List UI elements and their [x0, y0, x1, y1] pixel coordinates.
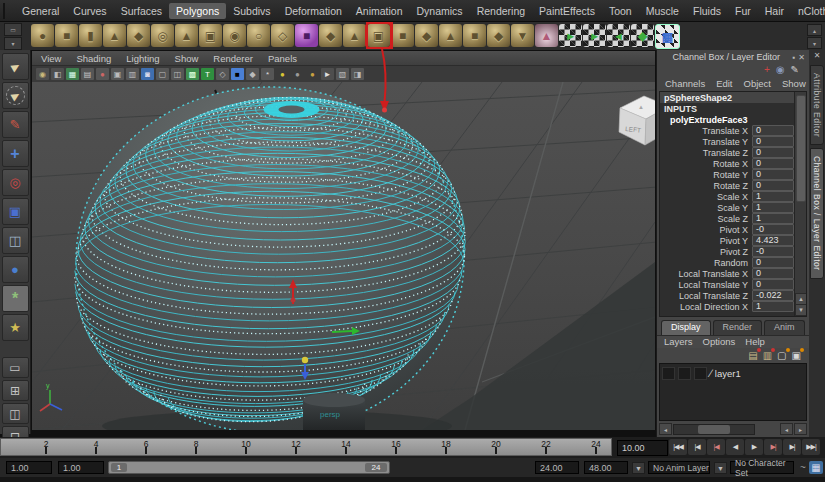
pin-icon[interactable]: ▪	[792, 53, 795, 62]
range-slider[interactable]: 1 24	[108, 461, 390, 474]
extrude-icon[interactable]: ▣	[367, 24, 390, 47]
smooth-icon[interactable]: ■	[391, 24, 414, 47]
menu-item-fluids[interactable]: Fluids	[686, 3, 728, 19]
uv-checker-2-icon[interactable]: ▸	[583, 24, 606, 47]
default-light-icon[interactable]: ●	[276, 68, 289, 80]
menu-item-muscle[interactable]: Muscle	[639, 3, 686, 19]
play-forwards-button[interactable]: ▶	[745, 439, 763, 455]
scale-tool[interactable]: ▣	[2, 198, 29, 225]
channel-value-field[interactable]: -0.022	[752, 290, 794, 301]
layer-playback-toggle[interactable]	[678, 367, 691, 380]
channel-value-field[interactable]: 1	[752, 301, 794, 312]
channel-object-name[interactable]: pSphereShape2	[660, 92, 794, 103]
channel-box-menu-edit[interactable]: Edit	[716, 78, 732, 89]
outliner-pane-layout-button[interactable]: ◫	[2, 403, 29, 424]
universal-manipulator-tool[interactable]: ◫	[2, 227, 29, 254]
uv-snapshot-icon[interactable]: ▦	[655, 24, 680, 49]
paint-effects-icon[interactable]: ▲	[535, 24, 558, 47]
channel-value-field[interactable]: 1	[752, 213, 794, 224]
character-set-field[interactable]: No Character Set	[730, 461, 794, 474]
channel-value-field[interactable]: -0	[752, 246, 794, 257]
layer-display-type-toggle[interactable]	[694, 367, 707, 380]
layer-list-scrollbar[interactable]: ◂ ◂ ▸	[659, 423, 807, 435]
cut-faces-icon[interactable]: ▼	[511, 24, 534, 47]
channel-value-field[interactable]: 0	[752, 279, 794, 290]
channel-value-field[interactable]: 0	[752, 257, 794, 268]
script-editor-icon[interactable]: ▦	[809, 461, 823, 474]
lasso-tool[interactable]: ►	[2, 82, 29, 109]
layer-tab-render[interactable]: Render	[713, 320, 763, 334]
menu-item-polygons[interactable]: Polygons	[169, 3, 226, 19]
menu-item-ncloth[interactable]: nCloth	[791, 3, 825, 19]
bevel-icon[interactable]: ◆	[415, 24, 438, 47]
menu-item-surfaces[interactable]: Surfaces	[114, 3, 169, 19]
resolution-gate-icon[interactable]: ●	[96, 68, 109, 80]
scroll-right-icon[interactable]: ▸	[794, 423, 807, 435]
speed-state-icon[interactable]: ◉	[776, 65, 785, 75]
single-pane-layout-button[interactable]: ▭	[2, 357, 29, 378]
viewport-menu-view[interactable]: View	[41, 53, 61, 64]
menu-item-hair[interactable]: Hair	[758, 3, 791, 19]
close-icon[interactable]: ✕	[798, 53, 805, 62]
safe-action-icon[interactable]: ◙	[141, 68, 154, 80]
poly-cone-icon[interactable]: ▲	[103, 24, 126, 47]
exposure-icon[interactable]: ◨	[351, 68, 364, 80]
channel-value-field[interactable]: 0	[752, 169, 794, 180]
new-layer-from-selected-icon[interactable]: ▣	[792, 350, 801, 361]
step-back-frame-button[interactable]: |◀	[688, 439, 706, 455]
move-tool[interactable]: +	[2, 140, 29, 167]
chevron-down-icon[interactable]: ▼	[632, 462, 645, 474]
shelf-menu-arrow-icon[interactable]: ▾	[4, 37, 22, 50]
uv-checker-4-icon[interactable]: ◆	[631, 24, 654, 47]
channel-value-field[interactable]: 1	[752, 202, 794, 213]
channel-box-menu-show[interactable]: Show	[782, 78, 806, 89]
wireframe-icon[interactable]: ◇	[216, 68, 229, 80]
menu-item-fur[interactable]: Fur	[728, 3, 758, 19]
layer-name[interactable]: layer1	[715, 368, 741, 379]
range-end-grip[interactable]: 24	[365, 463, 387, 472]
scrollbar-thumb[interactable]	[698, 425, 730, 434]
poly-cylinder-icon[interactable]: ▮	[79, 24, 102, 47]
auto-key-icon[interactable]: ~	[796, 461, 810, 474]
xray-icon[interactable]: ▧	[336, 68, 349, 80]
channel-value-field[interactable]: -0	[752, 224, 794, 235]
current-frame-field[interactable]: 10.00	[617, 440, 668, 456]
menu-item-general[interactable]: General	[15, 3, 66, 19]
channel-box-menu-channels[interactable]: Channels	[665, 78, 705, 89]
step-forward-key-button[interactable]: ▶|	[764, 439, 782, 455]
menu-corner-icon[interactable]	[3, 3, 5, 19]
scroll-left-icon[interactable]: ◂	[659, 423, 672, 435]
range-start-grip[interactable]: 1	[111, 463, 127, 472]
paint-selection-tool[interactable]: ✎	[2, 111, 29, 138]
isolate-select-icon[interactable]: ►	[321, 68, 334, 80]
channel-value-field[interactable]: 0	[752, 147, 794, 158]
split-polygon-icon[interactable]: ◆	[487, 24, 510, 47]
mirror-geometry-icon[interactable]: ◆	[319, 24, 342, 47]
key-light-icon[interactable]: ●	[306, 68, 319, 80]
playback-start-field[interactable]: 1.00	[58, 461, 104, 474]
channel-value-field[interactable]: 0	[752, 158, 794, 169]
layer-tab-display[interactable]: Display	[661, 320, 711, 334]
uv-checker-1-icon[interactable]: ▸	[559, 24, 582, 47]
use-default-material-icon[interactable]: ◆	[246, 68, 259, 80]
textured-icon[interactable]: T	[201, 68, 214, 80]
field-chart-icon[interactable]: ▥	[126, 68, 139, 80]
chevron-down-2-icon[interactable]: ▼	[714, 462, 727, 474]
shelf-scroll-up-icon[interactable]: ▴	[807, 24, 822, 36]
menu-item-rendering[interactable]: Rendering	[470, 3, 532, 19]
frame-all-icon[interactable]: ◫	[171, 68, 184, 80]
poly-sphere-icon[interactable]: ●	[31, 24, 54, 47]
sculpt-geometry-icon[interactable]: ■	[295, 24, 318, 47]
uv-checker-3-icon[interactable]: ◂	[607, 24, 630, 47]
combine-icon[interactable]: ▲	[343, 24, 366, 47]
viewport-menu-panels[interactable]: Panels	[268, 53, 297, 64]
menu-item-curves[interactable]: Curves	[66, 3, 113, 19]
new-empty-layer-icon[interactable]: ▢	[777, 350, 786, 361]
layer-menu-options[interactable]: Options	[703, 336, 736, 347]
poly-plane-icon[interactable]: ◆	[127, 24, 150, 47]
go-to-end-button[interactable]: ▶▶|	[802, 439, 820, 455]
tab-channel-box-layer-editor[interactable]: Channel Box / Layer Editor	[810, 148, 824, 279]
manipulator-icon[interactable]: +	[764, 65, 770, 75]
go-to-start-button[interactable]: |◀◀	[669, 439, 687, 455]
channel-node-name[interactable]: polyExtrudeFace3	[660, 114, 794, 125]
